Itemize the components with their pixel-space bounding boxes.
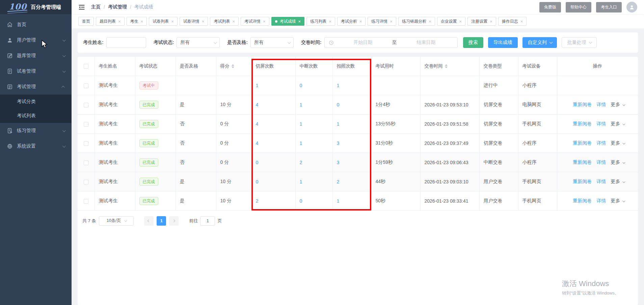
tab-practice-detail[interactable]: 练习详情 [368, 17, 396, 26]
next-page-button[interactable] [169, 216, 179, 226]
breadcrumb-exam-management[interactable]: 考试管理 [108, 4, 127, 10]
close-icon[interactable] [520, 19, 523, 24]
close-icon[interactable] [490, 19, 492, 24]
tab-practice-error-analysis[interactable]: 练习错题分析 [398, 17, 435, 26]
search-button[interactable]: 搜索 [463, 37, 483, 48]
tab-question-list[interactable]: 题目列表 [96, 17, 125, 26]
close-icon[interactable] [459, 19, 462, 24]
more-dropdown[interactable]: 更多 [611, 179, 624, 184]
screen-switch-count-link[interactable]: 0 [256, 160, 259, 165]
close-icon[interactable] [171, 19, 174, 24]
more-dropdown[interactable]: 更多 [611, 102, 624, 107]
row-checkbox[interactable] [84, 180, 88, 184]
regrade-link[interactable]: 重新阅卷 [573, 121, 592, 126]
detail-link[interactable]: 详情 [596, 102, 606, 107]
photo-count-link[interactable]: 1 [337, 121, 340, 127]
more-dropdown[interactable]: 更多 [611, 159, 624, 165]
screen-switch-count-link[interactable]: 2 [256, 198, 259, 204]
row-checkbox[interactable] [84, 199, 88, 204]
page-size-select[interactable]: 10条/页 [99, 216, 134, 226]
sidebar-item-system-settings[interactable]: 系统设置 [0, 138, 72, 154]
close-icon[interactable] [232, 19, 235, 24]
detail-link[interactable]: 详情 [596, 121, 606, 126]
sidebar-item-practice-management[interactable]: 练习管理 [0, 123, 72, 138]
sidebar-item-exam-paper[interactable]: 试卷管理 [0, 63, 72, 79]
page-number-button[interactable]: 1 [157, 216, 166, 226]
tab-enterprise-settings[interactable]: 企业设置 [437, 17, 466, 26]
screen-switch-count-link[interactable]: 4 [256, 141, 259, 146]
sidebar-item-exam-list[interactable]: 考试列表 [0, 109, 72, 123]
interruption-count-link[interactable]: 0 [300, 198, 302, 204]
sidebar-item-question-bank[interactable]: 题库管理 [0, 48, 72, 63]
row-checkbox[interactable] [84, 141, 88, 146]
interruption-count-link[interactable]: 1 [300, 179, 302, 184]
custom-columns-button[interactable]: 自定义列 [522, 37, 557, 48]
photo-count-link[interactable]: 2 [337, 179, 340, 184]
goto-page-input[interactable] [200, 216, 215, 226]
interruption-count-link[interactable]: 1 [300, 102, 302, 107]
close-icon[interactable] [263, 19, 266, 24]
close-icon[interactable] [202, 19, 205, 24]
row-checkbox[interactable] [84, 83, 88, 88]
tab-exam-analysis[interactable]: 考试分析 [337, 17, 366, 26]
batch-process-button[interactable]: 批量处理 [562, 37, 597, 48]
interruption-count-link[interactable]: 1 [300, 141, 302, 146]
tab-exam-results-active[interactable]: 考试成绩 [271, 17, 305, 26]
col-score[interactable]: 得分 [216, 57, 251, 76]
close-icon[interactable] [141, 19, 143, 24]
breadcrumb-home[interactable]: 主页 [91, 4, 101, 10]
detail-link[interactable]: 详情 [596, 159, 606, 165]
submit-time-range-picker[interactable]: 开始日期 至 结束日期 [324, 37, 458, 48]
regrade-link[interactable]: 重新阅卷 [573, 159, 592, 165]
interruption-count-link[interactable]: 1 [300, 121, 302, 127]
tab-paper-list[interactable]: 试卷列表 [149, 17, 178, 26]
regrade-link[interactable]: 重新阅卷 [573, 179, 592, 184]
detail-link[interactable]: 详情 [596, 140, 606, 146]
photo-count-link[interactable]: 0 [337, 102, 340, 107]
screen-switch-count-link[interactable]: 4 [256, 121, 259, 127]
tab-home[interactable]: 首页 [78, 17, 94, 26]
sidebar-item-home[interactable]: 首页 [0, 17, 72, 32]
interruption-count-link[interactable]: 2 [300, 160, 302, 165]
sort-icon[interactable] [445, 64, 448, 68]
screen-switch-count-link[interactable]: 4 [256, 102, 259, 107]
detail-link[interactable]: 详情 [596, 179, 606, 184]
row-checkbox[interactable] [84, 122, 88, 127]
interruption-count-link[interactable]: 0 [300, 83, 302, 88]
sort-icon[interactable] [232, 64, 234, 68]
more-dropdown[interactable]: 更多 [611, 121, 624, 126]
screen-switch-count-link[interactable]: 0 [256, 179, 259, 184]
close-icon[interactable] [359, 19, 362, 24]
sidebar-item-exam-management[interactable]: 考试管理 [0, 79, 72, 95]
screen-switch-count-link[interactable]: 1 [256, 83, 259, 88]
prev-page-button[interactable] [144, 216, 154, 226]
more-dropdown[interactable]: 更多 [611, 140, 624, 146]
row-checkbox[interactable] [84, 103, 88, 107]
tab-exam-detail[interactable]: 考试详情 [241, 17, 269, 26]
tab-operation-log[interactable]: 操作日志 [498, 17, 527, 26]
exam-status-select[interactable]: 所有 [177, 37, 220, 48]
row-checkbox[interactable] [84, 160, 88, 165]
detail-link[interactable]: 详情 [596, 198, 606, 203]
photo-count-link[interactable]: 1 [337, 198, 340, 204]
export-results-button[interactable]: 导出成绩 [488, 37, 518, 48]
tab-practice-list[interactable]: 练习列表 [306, 17, 335, 26]
photo-count-link[interactable]: 3 [337, 141, 340, 146]
photo-count-link[interactable]: 3 [337, 160, 340, 165]
help-center-button[interactable]: 帮助中心 [566, 2, 591, 12]
tab-examinee[interactable]: 考生 [127, 17, 147, 26]
col-submit-time[interactable]: 交卷时间 [420, 57, 479, 76]
select-all-checkbox[interactable] [84, 64, 88, 69]
sidebar-item-exam-category[interactable]: 考试分类 [0, 95, 72, 109]
collapse-sidebar-icon[interactable] [78, 4, 85, 10]
close-icon[interactable] [118, 19, 121, 24]
free-version-button[interactable]: 免费版 [539, 2, 561, 12]
regrade-link[interactable]: 重新阅卷 [573, 102, 592, 107]
regrade-link[interactable]: 重新阅卷 [573, 198, 592, 203]
regrade-link[interactable]: 重新阅卷 [573, 140, 592, 146]
sidebar-item-user-management[interactable]: 用户管理 [0, 32, 72, 48]
examinee-name-input[interactable] [106, 37, 146, 48]
tab-registration-settings[interactable]: 注册设置 [467, 17, 496, 26]
more-dropdown[interactable]: 更多 [611, 198, 624, 203]
close-icon[interactable] [390, 19, 393, 24]
